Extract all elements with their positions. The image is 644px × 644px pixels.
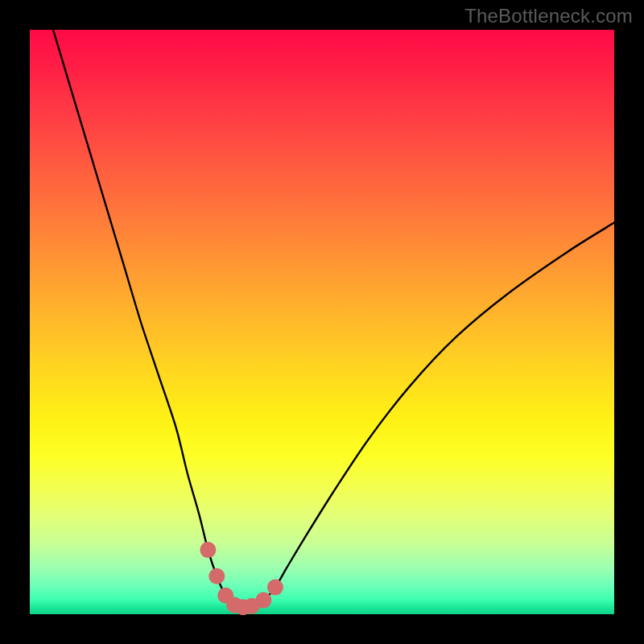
bottleneck-curve — [53, 30, 614, 607]
optimal-marker — [267, 580, 283, 596]
optimal-marker — [208, 568, 225, 584]
watermark-text: TheBottleneck.com — [464, 5, 633, 27]
optimal-region-markers — [200, 542, 283, 615]
optimal-marker — [255, 592, 271, 609]
outer-frame: TheBottleneck.com — [0, 0, 644, 644]
chart-svg — [30, 30, 614, 614]
optimal-marker — [200, 542, 216, 558]
